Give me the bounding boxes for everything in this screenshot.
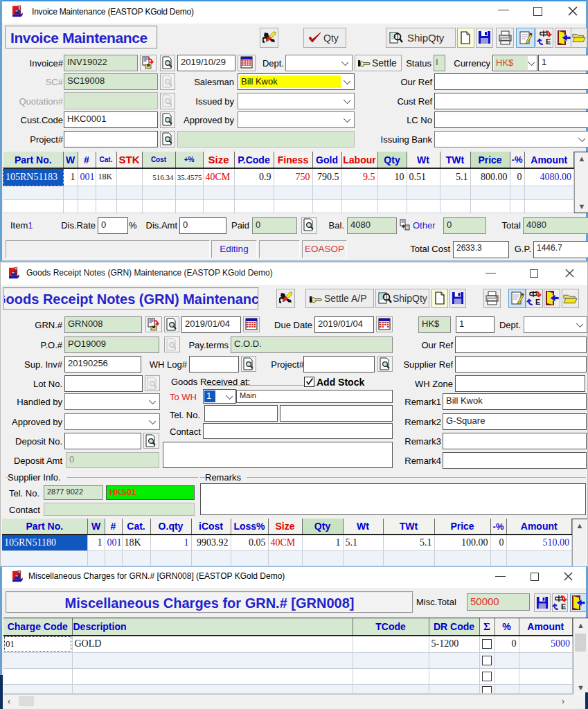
svg-text:E: E — [546, 37, 551, 46]
svg-text:E: E — [561, 602, 566, 611]
svg-text:E: E — [535, 298, 540, 306]
